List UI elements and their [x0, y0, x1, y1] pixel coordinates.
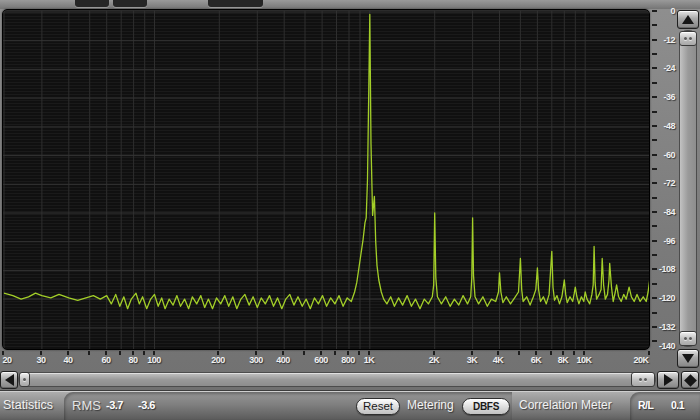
freq-tick-label: 4K: [493, 355, 504, 365]
spectrum-plot[interactable]: [2, 9, 650, 350]
horizontal-scroll-track[interactable]: [18, 372, 656, 387]
scroll-right-button[interactable]: [657, 371, 679, 389]
db-tick: [652, 82, 657, 84]
freq-tick-label: 1K: [364, 355, 375, 365]
vertical-zoom-handle-bottom[interactable]: [679, 331, 697, 346]
freq-tick-label: 40: [63, 355, 72, 365]
spectrum-analyzer-window: 0-12-24-36-48-60-72-84-96-108-120-132-14…: [0, 0, 700, 420]
db-tick: [652, 24, 657, 26]
db-tick-label: -108: [659, 264, 675, 274]
freq-tick: [88, 351, 90, 355]
freq-tick: [119, 351, 121, 355]
db-tick: [652, 340, 657, 342]
db-tick: [652, 10, 657, 12]
rms-value-right: -3.6: [138, 391, 155, 420]
statistics-tab[interactable]: Statistics: [3, 391, 53, 420]
grip-dots-icon: [644, 378, 647, 381]
db-ruler[interactable]: 0-12-24-36-48-60-72-84-96-108-120-132-14…: [651, 9, 677, 350]
horizontal-zoom-scrollbar: [0, 369, 700, 390]
db-tick: [652, 154, 657, 156]
zoom-reset-corner-button[interactable]: [681, 371, 699, 389]
rms-label: RMS: [72, 391, 101, 420]
cropped-control-stub: [113, 0, 147, 7]
db-tick-label: -120: [659, 293, 675, 303]
db-tick: [652, 211, 657, 213]
freq-tick: [334, 351, 336, 355]
freq-tick: [303, 351, 305, 355]
freq-tick-label: 80: [128, 355, 137, 365]
db-tick: [652, 225, 657, 227]
db-tick: [652, 182, 657, 184]
db-tick-label: -60: [663, 150, 675, 160]
freq-tick-label: 8K: [558, 355, 569, 365]
db-tick-label: -72: [663, 178, 675, 188]
db-tick: [652, 197, 657, 199]
left-arrow-icon: [5, 374, 14, 386]
up-arrow-icon: [682, 15, 694, 24]
db-tick: [652, 268, 657, 270]
db-tick: [652, 53, 657, 55]
freq-tick-label: 20K: [633, 355, 648, 365]
cropped-control-stub: [75, 0, 109, 7]
db-tick: [652, 96, 657, 98]
cropped-control-stub: [208, 0, 263, 7]
freq-tick-label: 20: [2, 355, 11, 365]
scroll-left-button[interactable]: [0, 371, 18, 389]
scroll-up-button[interactable]: [677, 10, 699, 29]
db-tick: [652, 125, 657, 127]
reset-button[interactable]: Reset: [356, 398, 400, 415]
metering-mode-selector[interactable]: DBFS: [462, 398, 510, 415]
top-strip: [0, 0, 700, 9]
grip-dots-icon: [689, 337, 692, 340]
db-tick: [652, 240, 657, 242]
metering-label: Metering: [407, 391, 454, 420]
grip-dots-icon: [689, 37, 692, 40]
vertical-zoom-handle-top[interactable]: [679, 31, 697, 46]
db-tick: [652, 283, 657, 285]
db-tick: [652, 168, 657, 170]
freq-tick-label: 60: [101, 355, 110, 365]
db-tick: [652, 297, 657, 299]
db-tick-label: -140: [659, 341, 675, 351]
freq-tick: [143, 351, 145, 355]
db-tick-label: -84: [663, 207, 675, 217]
horizontal-zoom-handle-right[interactable]: [631, 372, 655, 387]
frequency-ruler[interactable]: 20304060801002003004006008001K2K3K4K6K8K…: [0, 350, 652, 368]
correlation-channel-selector[interactable]: R/L: [638, 391, 653, 420]
freq-tick-label: 200: [211, 355, 225, 365]
freq-tick: [573, 351, 575, 355]
freq-tick-label: 10K: [576, 355, 591, 365]
grip-dots-icon: [684, 337, 687, 340]
freq-tick: [518, 351, 520, 355]
freq-tick: [550, 351, 552, 355]
grip-dots-icon: [684, 37, 687, 40]
correlation-value: 0.1: [671, 391, 684, 420]
freq-tick-label: 2K: [429, 355, 440, 365]
db-tick: [652, 139, 657, 141]
right-arrow-icon: [664, 374, 673, 386]
vertical-scroll-track[interactable]: [679, 30, 697, 347]
db-tick-label: -24: [663, 63, 675, 73]
rms-value-left: -3.7: [106, 391, 123, 420]
grip-dots-icon: [639, 378, 642, 381]
freq-tick-label: 300: [249, 355, 263, 365]
db-tick-label: -96: [663, 236, 675, 246]
correlation-meter-tab[interactable]: Correlation Meter: [519, 391, 612, 420]
freq-tick-label: 3K: [467, 355, 478, 365]
diamond-icon: [684, 374, 697, 387]
down-arrow-icon: [682, 354, 694, 363]
freq-tick: [358, 351, 360, 355]
spectrum-chart: [3, 10, 650, 350]
horizontal-zoom-handle-left[interactable]: [19, 372, 30, 387]
db-tick-label: -48: [663, 121, 675, 131]
db-tick: [652, 326, 657, 328]
db-tick: [652, 39, 657, 41]
db-tick: [652, 254, 657, 256]
vertical-zoom-scrollbar: [677, 9, 700, 369]
freq-tick-label: 600: [314, 355, 328, 365]
freq-tick-label: 6K: [531, 355, 542, 365]
freq-tick-label: 30: [36, 355, 45, 365]
bottom-toolbar: Statistics RMS -3.7 -3.6 Reset Metering …: [0, 390, 700, 420]
scroll-down-button[interactable]: [677, 349, 699, 368]
freq-tick-label: 100: [147, 355, 161, 365]
